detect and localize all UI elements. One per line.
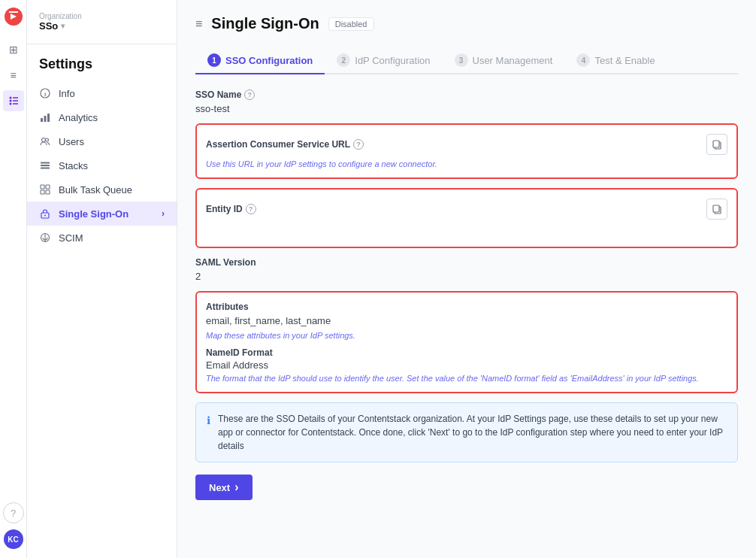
users-icon xyxy=(39,135,51,147)
chevron-right-icon: › xyxy=(162,208,165,219)
saml-version-section: SAML Version 2 xyxy=(195,257,738,282)
svg-text:i: i xyxy=(44,91,46,98)
rail-settings-icon[interactable] xyxy=(3,90,24,111)
svg-rect-9 xyxy=(41,118,43,122)
tab-user-management[interactable]: 3 User Management xyxy=(443,47,565,74)
sidebar-org-header: Organization SSo ▾ xyxy=(27,12,177,44)
svg-rect-28 xyxy=(713,205,719,212)
saml-version-label: SAML Version xyxy=(195,257,738,268)
info-circle-icon: ℹ xyxy=(207,413,210,453)
tab-idp-configuration[interactable]: 2 IdP Configuration xyxy=(325,47,442,74)
tab-num-4: 4 xyxy=(576,53,590,67)
icon-rail: ⊞ ≡ ? KC xyxy=(0,0,27,558)
page-header: ≡ Single Sign-On Disabled xyxy=(195,15,738,32)
sidebar-item-bulk-task-queue[interactable]: Bulk Task Queue xyxy=(27,177,177,202)
sidebar-item-single-sign-on[interactable]: Single Sign-On › xyxy=(27,202,177,226)
sidebar-item-label: Bulk Task Queue xyxy=(59,184,132,196)
sidebar-item-label: Analytics xyxy=(59,112,98,123)
nameid-section: NameID Format Email Address The format t… xyxy=(206,347,727,383)
sidebar-item-stacks[interactable]: Stacks xyxy=(27,153,177,177)
org-chevron-icon: ▾ xyxy=(61,22,65,30)
entity-id-header: Entity ID ? xyxy=(206,199,727,220)
sidebar-item-users[interactable]: Users xyxy=(27,129,177,153)
status-badge: Disabled xyxy=(328,17,374,31)
svg-point-1 xyxy=(9,97,11,99)
svg-rect-14 xyxy=(41,162,50,164)
tab-num-1: 1 xyxy=(207,53,221,67)
svg-point-22 xyxy=(44,215,46,217)
attributes-box: Attributes email, first_name, last_name … xyxy=(195,291,738,393)
sidebar-item-label: SCIM xyxy=(59,232,83,244)
svg-rect-17 xyxy=(41,185,44,189)
attributes-section: Attributes email, first_name, last_name … xyxy=(206,302,727,340)
tab-label-2: IdP Configuration xyxy=(355,55,430,66)
svg-rect-19 xyxy=(41,190,44,194)
sidebar-item-label: Info xyxy=(59,88,75,99)
sidebar-item-label: Stacks xyxy=(59,160,88,171)
tab-label-1: SSO Configuration xyxy=(225,55,313,66)
saml-version-value: 2 xyxy=(195,271,738,282)
entity-id-label: Entity ID ? xyxy=(206,204,256,214)
page-title: Single Sign-On xyxy=(211,15,319,32)
acs-url-help-icon[interactable]: ? xyxy=(353,139,364,150)
entity-id-box: Entity ID ? xyxy=(195,188,738,248)
sidebar-item-label: Users xyxy=(59,136,84,147)
sidebar: Organization SSo ▾ Settings i Info Analy… xyxy=(27,0,177,558)
sso-lock-icon xyxy=(39,208,51,220)
hamburger-icon[interactable]: ≡ xyxy=(195,17,202,31)
svg-point-3 xyxy=(9,103,11,105)
main-content: ≡ Single Sign-On Disabled 1 SSO Configur… xyxy=(177,0,756,558)
acs-url-hint: Use this URL in your IdP settings to con… xyxy=(206,159,727,168)
analytics-icon xyxy=(39,111,51,123)
sidebar-item-scim[interactable]: SCIM xyxy=(27,226,177,250)
nameid-format-label: NameID Format xyxy=(206,347,727,358)
sso-name-label: SSO Name ? xyxy=(195,89,738,100)
sidebar-item-info[interactable]: i Info xyxy=(27,81,177,105)
logo xyxy=(3,6,24,27)
sidebar-item-analytics[interactable]: Analytics xyxy=(27,105,177,129)
tab-test-enable[interactable]: 4 Test & Enable xyxy=(564,47,667,74)
svg-point-2 xyxy=(9,100,11,102)
acs-url-copy-button[interactable] xyxy=(706,134,727,155)
svg-point-12 xyxy=(42,138,46,142)
attributes-value: email, first_name, last_name xyxy=(206,315,727,326)
user-avatar[interactable]: KC xyxy=(4,529,23,549)
svg-rect-15 xyxy=(41,165,50,166)
sso-name-help-icon[interactable]: ? xyxy=(244,89,255,100)
svg-rect-10 xyxy=(44,116,47,122)
tab-label-3: User Management xyxy=(473,55,553,66)
sso-name-value: sso-test xyxy=(195,103,738,114)
svg-rect-18 xyxy=(46,185,50,189)
nameid-format-value: Email Address xyxy=(206,359,727,371)
acs-url-header: Assertion Consumer Service URL ? xyxy=(206,134,727,155)
next-arrow-icon: › xyxy=(234,481,238,494)
attributes-label: Attributes xyxy=(206,302,727,312)
sidebar-item-label: Single Sign-On xyxy=(59,208,129,220)
tabs-container: 1 SSO Configuration 2 IdP Configuration … xyxy=(195,47,738,74)
acs-url-label: Assertion Consumer Service URL ? xyxy=(206,139,364,150)
entity-id-help-icon[interactable]: ? xyxy=(246,204,256,214)
rail-menu-icon[interactable]: ≡ xyxy=(3,65,24,86)
acs-url-box: Assertion Consumer Service URL ? Use thi… xyxy=(195,123,738,179)
org-label: Organization xyxy=(39,12,165,20)
tab-sso-configuration[interactable]: 1 SSO Configuration xyxy=(195,47,325,74)
tab-num-3: 3 xyxy=(455,53,468,67)
svg-rect-11 xyxy=(47,114,50,122)
info-box: ℹ These are the SSO Details of your Cont… xyxy=(195,402,738,462)
sidebar-title: Settings xyxy=(27,50,177,81)
tab-label-4: Test & Enable xyxy=(594,55,655,66)
bulk-task-icon xyxy=(39,183,51,196)
tab-num-2: 2 xyxy=(337,53,350,67)
info-icon: i xyxy=(39,87,51,99)
stacks-icon xyxy=(39,159,51,171)
rail-grid-icon[interactable]: ⊞ xyxy=(3,39,24,60)
org-name[interactable]: SSo ▾ xyxy=(39,20,165,32)
svg-rect-20 xyxy=(46,190,50,194)
rail-help-icon[interactable]: ? xyxy=(3,502,24,523)
entity-id-copy-button[interactable] xyxy=(706,199,727,220)
attributes-hint: Map these attributes in your IdP setting… xyxy=(206,331,727,340)
next-button[interactable]: Next › xyxy=(195,475,253,500)
svg-rect-16 xyxy=(41,168,50,169)
svg-rect-26 xyxy=(713,141,719,147)
nameid-format-hint: The format that the IdP should use to id… xyxy=(206,374,727,383)
